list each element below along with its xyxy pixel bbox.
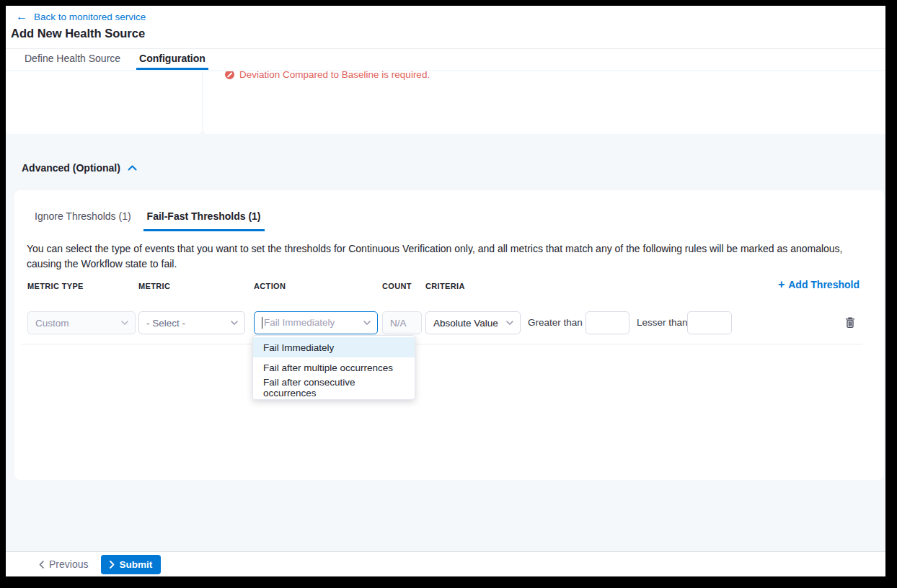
greater-than-input[interactable] <box>586 311 629 334</box>
metric-select[interactable]: - Select - <box>138 311 245 334</box>
delete-threshold-button[interactable] <box>844 316 857 329</box>
chevron-down-icon <box>363 321 371 325</box>
submit-label: Submit <box>119 559 152 570</box>
page-header: ← Back to monitored service Add New Heal… <box>6 6 885 48</box>
action-value: Fail Immediately <box>264 317 335 328</box>
metric-value: - Select - <box>146 318 185 329</box>
page-footer: Previous Submit <box>6 551 885 576</box>
menu-item-fail-after-multiple[interactable]: Fail after multiple occurrences <box>253 357 415 378</box>
action-dropdown-menu: Fail Immediately Fail after multiple occ… <box>252 335 415 400</box>
tab-configuration[interactable]: Configuration <box>136 49 208 70</box>
col-header-criteria: CRITERIA <box>425 282 465 290</box>
back-link[interactable]: ← Back to monitored service <box>16 11 146 22</box>
text-cursor <box>262 317 262 329</box>
chevron-up-icon <box>128 165 137 171</box>
plus-icon: + <box>778 279 785 290</box>
submit-button[interactable]: Submit <box>101 555 161 574</box>
chevron-right-icon <box>110 561 115 569</box>
lesser-than-input[interactable] <box>687 311 732 334</box>
criteria-select[interactable]: Absolute Value <box>425 311 521 334</box>
main-tabbar: Define Health Source Configuration <box>6 48 885 70</box>
back-arrow-icon: ← <box>16 11 27 22</box>
menu-item-fail-immediately[interactable]: Fail Immediately <box>253 337 415 357</box>
validation-error: Deviation Compared to Baseline is requir… <box>225 71 885 80</box>
advanced-section-toggle[interactable]: Advanced (Optional) <box>22 162 137 174</box>
form-panel-left <box>6 71 202 134</box>
col-header-metric-type: METRIC TYPE <box>27 282 84 290</box>
error-icon <box>225 71 234 79</box>
trash-icon <box>844 316 856 329</box>
thresholds-card: Ignore Thresholds (1) Fail-Fast Threshol… <box>14 190 884 480</box>
col-header-metric: METRIC <box>138 282 170 290</box>
thresholds-description: You can select the type of events that y… <box>27 241 865 272</box>
tab-fail-fast-thresholds[interactable]: Fail-Fast Thresholds (1) <box>143 209 265 231</box>
chevron-down-icon <box>121 321 128 325</box>
metric-type-value: Custom <box>35 318 69 329</box>
count-value: N/A <box>390 318 407 329</box>
chevron-down-icon <box>506 321 513 325</box>
greater-than-label: Greater than <box>528 317 583 328</box>
tab-ignore-thresholds[interactable]: Ignore Thresholds (1) <box>31 209 135 231</box>
add-threshold-button[interactable]: + Add Threshold <box>778 279 860 290</box>
app-page: ← Back to monitored service Add New Heal… <box>6 6 885 576</box>
add-threshold-label: Add Threshold <box>788 279 860 290</box>
chevron-down-icon <box>231 321 238 325</box>
advanced-label: Advanced (Optional) <box>22 162 120 174</box>
chevron-left-icon <box>39 561 44 569</box>
action-select[interactable]: Fail Immediately <box>254 311 378 334</box>
col-header-count: COUNT <box>382 282 412 290</box>
thresholds-tabbar: Ignore Thresholds (1) Fail-Fast Threshol… <box>31 209 265 231</box>
previous-button[interactable]: Previous <box>39 558 88 570</box>
error-message: Deviation Compared to Baseline is requir… <box>239 71 430 80</box>
back-link-label: Back to monitored service <box>34 12 146 22</box>
lesser-than-label: Lesser than <box>637 317 688 328</box>
form-panel-right: Deviation Compared to Baseline is requir… <box>203 71 885 134</box>
col-header-action: ACTION <box>254 282 286 290</box>
metric-type-select[interactable]: Custom <box>27 311 136 334</box>
criteria-value: Absolute Value <box>433 318 498 329</box>
row-divider <box>22 344 862 344</box>
page-title: Add New Health Source <box>11 27 145 40</box>
count-input[interactable]: N/A <box>382 311 422 334</box>
tab-define-health-source[interactable]: Define Health Source <box>22 49 123 70</box>
menu-item-fail-after-consecutive[interactable]: Fail after consecutive occurrences <box>253 378 415 398</box>
previous-label: Previous <box>49 558 88 570</box>
